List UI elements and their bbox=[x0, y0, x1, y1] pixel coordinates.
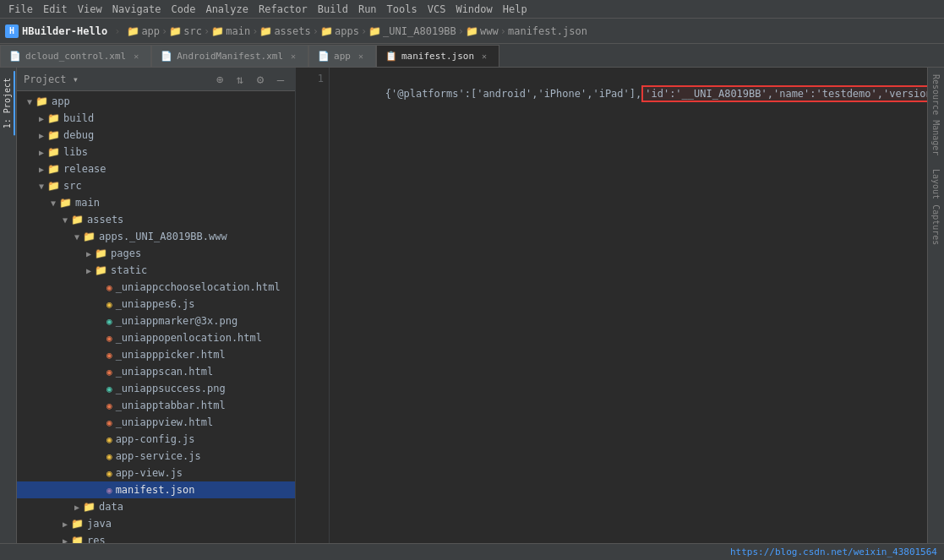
breadcrumb-main[interactable]: main bbox=[226, 25, 250, 37]
code-area[interactable]: {'@platforms':['android','iPhone','iPad'… bbox=[330, 68, 927, 543]
tab-android-icon: 📄 bbox=[161, 51, 172, 62]
tree-item-success[interactable]: ▶ ◉ _uniappsuccess.png bbox=[17, 380, 295, 397]
menu-navigate[interactable]: Navigate bbox=[107, 2, 166, 17]
panel-minimize-btn[interactable]: — bbox=[273, 72, 288, 87]
tab-manifest-label: manifest.json bbox=[401, 51, 474, 62]
tree-arrow-assets: ▼ bbox=[59, 215, 71, 225]
file-icon-appconfig: ◉ bbox=[106, 434, 112, 445]
file-icon-success: ◉ bbox=[106, 383, 112, 394]
menu-tools[interactable]: Tools bbox=[382, 2, 423, 17]
breadcrumb-uni[interactable]: _UNI_A8019BB bbox=[383, 25, 456, 37]
tree-arrow-main: ▼ bbox=[47, 198, 59, 208]
tree-label-manifest: manifest.json bbox=[116, 484, 195, 496]
panel-settings-btn[interactable]: ⚙ bbox=[253, 72, 268, 87]
tree-label-assets: assets bbox=[87, 214, 123, 226]
breadcrumb-www[interactable]: www bbox=[480, 25, 499, 37]
tree-item-pages[interactable]: ▶ 📁 pages bbox=[17, 245, 295, 262]
tree-item-build[interactable]: ▶ 📁 build bbox=[17, 110, 295, 127]
breadcrumb-app[interactable]: app bbox=[141, 25, 160, 37]
tree-label-libs: libs bbox=[63, 146, 88, 158]
folder-icon-app: 📁 bbox=[35, 95, 48, 107]
tree-item-es6[interactable]: ▶ ◉ _uniappes6.js bbox=[17, 296, 295, 313]
menu-vcs[interactable]: VCS bbox=[423, 2, 451, 17]
tree-item-scan[interactable]: ▶ ◉ _uniappscan.html bbox=[17, 363, 295, 380]
tree-label-chooselocation: _uniappcchooselocation.html bbox=[116, 281, 281, 293]
tree-item-appconfig[interactable]: ▶ ◉ app-config.js bbox=[17, 431, 295, 448]
tree-arrow-appsfolder: ▼ bbox=[71, 232, 83, 242]
right-tabs: Resource Manager Layout Captures bbox=[927, 68, 944, 543]
breadcrumb: 📁 app › 📁 src › 📁 main › 📁 assets › 📁 ap… bbox=[127, 25, 587, 37]
menu-refactor[interactable]: Refactor bbox=[254, 2, 313, 17]
code-highlight: 'id':'__UNI_A8019BB','name':'testdemo','… bbox=[641, 85, 927, 102]
tree-item-chooselocation[interactable]: ▶ ◉ _uniappcchooselocation.html bbox=[17, 279, 295, 296]
menu-file[interactable]: File bbox=[3, 2, 38, 17]
tree-item-java[interactable]: ▶ 📁 java bbox=[17, 515, 295, 532]
resource-manager-tab[interactable]: Resource Manager bbox=[930, 68, 942, 162]
tab-app-close[interactable]: ✕ bbox=[355, 51, 367, 63]
tree-item-manifest[interactable]: ▶ ◉ manifest.json bbox=[17, 481, 295, 498]
hbuilder-icon: H bbox=[5, 24, 19, 38]
tab-dcloud-close[interactable]: ✕ bbox=[130, 51, 142, 63]
tree-item-release[interactable]: ▶ 📁 release bbox=[17, 160, 295, 177]
menu-run[interactable]: Run bbox=[353, 2, 382, 17]
tab-androidmanifest[interactable]: 📄 AndroidManifest.xml ✕ bbox=[151, 45, 308, 67]
menu-help[interactable]: Help bbox=[498, 2, 532, 17]
tree-item-assets[interactable]: ▼ 📁 assets bbox=[17, 211, 295, 228]
tree-item-openlocation[interactable]: ▶ ◉ _uniappopenlocation.html bbox=[17, 329, 295, 346]
menu-analyze[interactable]: Analyze bbox=[200, 2, 254, 17]
panel-sync-btn[interactable]: ⇅ bbox=[232, 72, 248, 87]
tree-item-app[interactable]: ▼ 📁 app bbox=[17, 93, 295, 110]
tree-item-appview[interactable]: ▶ ◉ app-view.js bbox=[17, 465, 295, 481]
tab-dcloud-icon: 📄 bbox=[9, 51, 21, 62]
tree-item-data[interactable]: ▶ 📁 data bbox=[17, 498, 295, 515]
tree-item-static[interactable]: ▶ 📁 static bbox=[17, 262, 295, 279]
project-name: HBuilder-Hello bbox=[22, 25, 107, 37]
menu-edit[interactable]: Edit bbox=[38, 2, 73, 17]
tree-item-appservice[interactable]: ▶ ◉ app-service.js bbox=[17, 448, 295, 465]
tree-item-res[interactable]: ▶ 📁 res bbox=[17, 532, 295, 543]
tree-label-build: build bbox=[63, 112, 94, 124]
menu-code[interactable]: Code bbox=[166, 2, 201, 17]
breadcrumb-src[interactable]: src bbox=[183, 25, 202, 37]
tab-dcloud[interactable]: 📄 dcloud_control.xml ✕ bbox=[0, 45, 151, 67]
folder-icon-appsfolder: 📁 bbox=[83, 231, 95, 242]
tab-manifest-icon: 📋 bbox=[385, 51, 397, 62]
tree-label-appservice: app-service.js bbox=[116, 450, 201, 462]
breadcrumb-assets[interactable]: assets bbox=[274, 25, 310, 37]
breadcrumb-manifest[interactable]: manifest.json bbox=[508, 25, 587, 37]
tree-label-es6: _uniappes6.js bbox=[116, 298, 195, 310]
layout-captures-tab[interactable]: Layout Captures bbox=[930, 162, 942, 252]
tree-item-debug[interactable]: ▶ 📁 debug bbox=[17, 127, 295, 144]
tree-label-java: java bbox=[87, 518, 112, 530]
tree-label-tabbar: _uniapptabbar.html bbox=[116, 400, 226, 411]
tree-item-main[interactable]: ▼ 📁 main bbox=[17, 194, 295, 211]
file-icon-scan: ◉ bbox=[106, 367, 112, 378]
menu-build[interactable]: Build bbox=[313, 2, 353, 17]
menu-view[interactable]: View bbox=[73, 2, 107, 17]
editor-content: 1 {'@platforms':['android','iPhone','iPa… bbox=[296, 68, 927, 543]
project-tab-btn[interactable]: 1: Project bbox=[1, 71, 15, 135]
file-icon-picker: ◉ bbox=[106, 350, 112, 361]
tab-android-close[interactable]: ✕ bbox=[287, 51, 299, 63]
tree-item-appsfolder[interactable]: ▼ 📁 apps._UNI_A8019BB.www bbox=[17, 228, 295, 245]
tree-item-libs[interactable]: ▶ 📁 libs bbox=[17, 144, 295, 160]
tree-item-picker[interactable]: ▶ ◉ _uniapppicker.html bbox=[17, 346, 295, 363]
tree-item-src[interactable]: ▼ 📁 src bbox=[17, 177, 295, 194]
tree-arrow-app: ▼ bbox=[24, 97, 35, 106]
tree-label-appview: app-view.js bbox=[116, 467, 183, 479]
tab-manifest[interactable]: 📋 manifest.json ✕ bbox=[376, 45, 499, 67]
breadcrumb-apps[interactable]: apps bbox=[335, 25, 359, 37]
panel-add-btn[interactable]: ⊕ bbox=[212, 72, 227, 87]
status-blog-link[interactable]: https://blog.csdn.net/weixin_43801564 bbox=[730, 546, 937, 557]
tree-item-view[interactable]: ▶ ◉ _uniappview.html bbox=[17, 414, 295, 431]
folder-icon-static: 📁 bbox=[95, 264, 107, 276]
tree-label-pages: pages bbox=[111, 247, 141, 259]
toolbar-logo: H HBuilder-Hello bbox=[5, 24, 107, 38]
folder-icon-build: 📁 bbox=[47, 112, 60, 124]
tab-app[interactable]: 📄 app ✕ bbox=[308, 45, 376, 67]
tree-item-marker[interactable]: ▶ ◉ _uniappmarker@3x.png bbox=[17, 313, 295, 329]
tree-label-success: _uniappsuccess.png bbox=[116, 383, 226, 394]
tree-item-tabbar[interactable]: ▶ ◉ _uniapptabbar.html bbox=[17, 397, 295, 414]
menu-window[interactable]: Window bbox=[450, 2, 497, 17]
tab-manifest-close[interactable]: ✕ bbox=[478, 51, 490, 63]
